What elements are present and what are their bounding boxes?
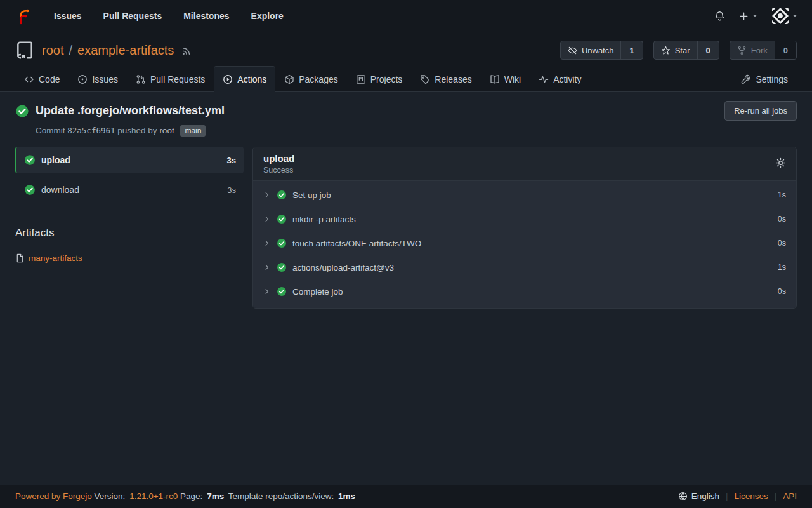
fork-button[interactable]: Fork 0 [730, 41, 797, 60]
issue-circle-icon [77, 74, 88, 84]
repo-action-buttons: Unwatch 1 Star 0 [560, 41, 797, 60]
step-row-mkdir[interactable]: mkdir -p artifacts 0s [253, 207, 796, 231]
nav-explore[interactable]: Explore [242, 6, 292, 26]
git-pull-request-icon [136, 74, 146, 84]
jobs-sidebar: upload 3s download 3s Artifacts many-art… [15, 147, 244, 263]
chevron-right-icon[interactable] [263, 239, 271, 247]
nav-milestones[interactable]: Milestones [174, 6, 238, 26]
tab-actions[interactable]: Actions [214, 66, 275, 92]
repository-icon [15, 41, 34, 60]
tab-code[interactable]: Code [15, 66, 69, 92]
rerun-all-jobs-button[interactable]: Re-run all jobs [724, 101, 797, 121]
job-options-button[interactable] [775, 157, 786, 170]
footer-left: Powered by Forgejo Version: 1.21.0+1-rc0… [15, 491, 357, 501]
job-detail-panel: upload Success [252, 147, 797, 309]
create-new-button[interactable] [739, 11, 758, 21]
book-icon [490, 74, 500, 84]
repo-owner-link[interactable]: root [42, 43, 63, 58]
project-board-icon [356, 74, 366, 84]
check-circle-icon [277, 238, 287, 248]
actions-run-view: Update .forgejo/workflows/test.yml Re-ru… [0, 92, 812, 485]
star-label: Star [675, 46, 690, 55]
tag-icon [420, 74, 430, 84]
language-label: English [691, 491, 719, 501]
tools-icon [741, 74, 751, 84]
job-detail-titles: upload Success [263, 153, 294, 175]
commit-author-link[interactable]: root [159, 126, 174, 135]
chevron-down-icon [792, 13, 798, 19]
footer-divider: | [726, 491, 728, 501]
step-row-setup[interactable]: Set up job 1s [253, 183, 796, 207]
user-menu-button[interactable] [772, 8, 798, 24]
pushed-by-label: pushed by [117, 126, 157, 135]
footer-divider: | [775, 491, 777, 501]
tab-projects[interactable]: Projects [347, 66, 412, 92]
step-name: Set up job [292, 190, 331, 200]
chevron-right-icon[interactable] [263, 215, 271, 223]
tab-label: Packages [299, 74, 337, 84]
star-count[interactable]: 0 [697, 41, 719, 59]
step-duration: 0s [778, 287, 786, 296]
forgejo-logo-icon[interactable] [14, 8, 31, 25]
steps-list: Set up job 1s mkdir -p artifacts 0s [253, 181, 796, 308]
licenses-link[interactable]: Licenses [734, 491, 768, 501]
chevron-right-icon[interactable] [263, 191, 271, 199]
check-circle-icon [15, 104, 29, 118]
version-link[interactable]: 1.21.0+1-rc0 [129, 491, 178, 501]
tab-activity[interactable]: Activity [530, 66, 590, 92]
job-row-upload[interactable]: upload 3s [15, 147, 244, 173]
commit-hash-link[interactable]: 82a5cf6961 [67, 126, 115, 135]
run-columns: upload 3s download 3s Artifacts many-art… [15, 147, 797, 309]
globe-icon [678, 491, 688, 501]
tab-releases[interactable]: Releases [411, 66, 480, 92]
tab-settings[interactable]: Settings [732, 66, 797, 92]
tab-wiki[interactable]: Wiki [481, 66, 530, 92]
repo-name-link[interactable]: example-artifacts [77, 43, 174, 58]
artifact-item: many-artifacts [15, 253, 244, 263]
step-name: actions/upload-artifact@v3 [292, 263, 394, 272]
tab-label: Wiki [504, 74, 521, 84]
step-duration: 1s [778, 263, 786, 272]
pulse-icon [539, 74, 549, 84]
star-button-main[interactable]: Star [654, 41, 697, 59]
fork-button-main[interactable]: Fork [730, 41, 775, 59]
tab-pull-requests[interactable]: Pull Requests [127, 66, 214, 92]
unwatch-button-main[interactable]: Unwatch [561, 41, 621, 59]
job-detail-header: upload Success [253, 147, 796, 181]
rss-icon[interactable] [181, 45, 192, 56]
chevron-right-icon[interactable] [263, 288, 271, 295]
unwatch-button[interactable]: Unwatch 1 [560, 41, 643, 60]
unwatch-label: Unwatch [582, 46, 614, 55]
tab-packages[interactable]: Packages [275, 66, 346, 92]
repo-tab-bar: Code Issues Pull Requests Actions [15, 66, 797, 91]
job-row-download[interactable]: download 3s [15, 177, 244, 203]
nav-pull-requests[interactable]: Pull Requests [95, 6, 171, 26]
notifications-bell-button[interactable] [714, 11, 725, 22]
watch-count[interactable]: 1 [620, 41, 642, 59]
step-name: Complete job [292, 287, 343, 297]
star-button[interactable]: Star 0 [653, 41, 719, 60]
commit-label: Commit [36, 126, 65, 135]
repo-header: root / example-artifacts Unwatch [0, 32, 812, 92]
artifact-link[interactable]: many-artifacts [29, 253, 82, 263]
nav-right [714, 8, 798, 24]
fork-count[interactable]: 0 [775, 41, 796, 59]
check-circle-icon [277, 262, 287, 272]
powered-by-link[interactable]: Powered by Forgejo [15, 491, 92, 501]
step-row-touch[interactable]: touch artifacts/ONE artifacts/TWO 0s [253, 231, 796, 255]
api-link[interactable]: API [783, 491, 797, 501]
step-row-complete[interactable]: Complete job 0s [253, 279, 796, 304]
user-avatar [772, 8, 789, 24]
step-row-upload-artifact[interactable]: actions/upload-artifact@v3 1s [253, 255, 796, 279]
nav-issues[interactable]: Issues [45, 6, 91, 26]
chevron-right-icon[interactable] [263, 264, 271, 271]
repo-separator: / [69, 43, 72, 58]
step-name: mkdir -p artifacts [292, 215, 356, 224]
fork-label: Fork [751, 46, 768, 55]
tab-label: Code [39, 74, 60, 84]
job-duration: 3s [227, 185, 236, 195]
language-selector[interactable]: English [678, 491, 719, 501]
code-icon [24, 74, 34, 84]
branch-badge[interactable]: main [180, 125, 206, 137]
tab-issues[interactable]: Issues [69, 66, 126, 92]
